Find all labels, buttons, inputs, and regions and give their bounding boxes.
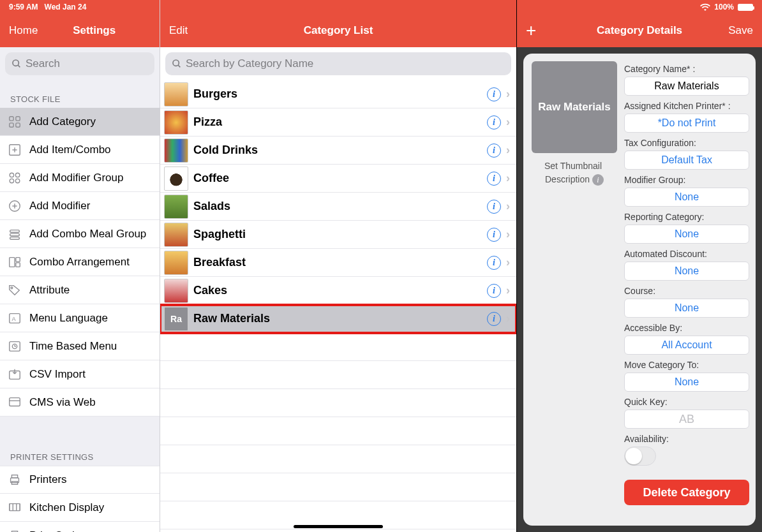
sidebar-item-label: Combo Arrangement [29,256,130,269]
sidebar-item-add-item[interactable]: Add Item/Combo [0,136,160,164]
save-button[interactable]: Save [728,24,753,37]
access-select[interactable]: All Account [624,336,749,355]
sidebar-item-kitchen-display[interactable]: Kitchen Display [0,494,160,522]
settings-title: Settings [73,24,116,37]
info-icon[interactable]: i [487,312,501,326]
svg-rect-18 [10,237,20,239]
sidebar-item-print-options[interactable]: Print Options [0,522,160,532]
category-row-burgers[interactable]: Burgers i › [160,80,516,108]
category-thumb [164,251,188,275]
info-icon[interactable]: i [487,115,501,129]
reportcat-select[interactable]: None [624,225,749,244]
svg-text:A: A [11,315,16,321]
search-icon [172,59,182,69]
sidebar-item-add-category[interactable]: Add Category [0,108,160,136]
tax-label: Tax Configuration: [624,138,749,148]
info-icon[interactable]: i [487,200,501,214]
sidebar-item-label: Add Combo Meal Group [29,228,146,240]
details-form: Category Name* : Raw Materials Assigned … [624,61,749,518]
access-label: Accessible By: [624,323,749,333]
sidebar-item-attribute[interactable]: Attribute [0,276,160,304]
category-label: Spaghetti [193,228,487,241]
sidebar-item-label: CMS via Web [29,396,96,409]
sidebar-search-input[interactable] [26,57,161,70]
category-row-pizza[interactable]: Pizza i › [160,108,516,137]
chevron-right-icon: › [506,228,510,241]
info-icon[interactable]: i [592,174,604,186]
autodisc-select[interactable]: None [624,262,749,281]
chevron-right-icon: › [506,144,510,157]
category-thumbnail[interactable]: Raw Materials [532,61,617,153]
sidebar-item-csv-import[interactable]: CSV Import [0,360,160,388]
category-row-raw-materials[interactable]: Ra Raw Materials i › [160,305,516,333]
add-category-button[interactable]: + [526,22,536,40]
sidebar-search[interactable] [5,52,154,75]
info-icon[interactable]: i [487,172,501,186]
svg-rect-5 [16,122,20,126]
sidebar-navbar: Home Settings [0,14,160,47]
sidebar-item-add-combo-meal-group[interactable]: Add Combo Meal Group [0,220,160,248]
sidebar-item-add-modifier[interactable]: Add Modifier [0,192,160,220]
course-select[interactable]: None [624,299,749,318]
category-row-coffee[interactable]: Coffee i › [160,165,516,193]
sidebar-item-time-based-menu[interactable]: Time Based Menu [0,332,160,360]
search-icon [11,59,22,69]
home-button[interactable]: Home [9,24,38,37]
clock-menu-icon [6,338,23,355]
sidebar-item-add-modifier-group[interactable]: Add Modifier Group [0,164,160,192]
delete-category-button[interactable]: Delete Category [624,480,749,505]
sidebar-item-cms-web[interactable]: CMS via Web [0,388,160,417]
sidebar-item-label: Add Item/Combo [29,144,111,156]
home-indicator [294,525,383,528]
svg-rect-33 [11,475,17,478]
sidebar-item-label: Kitchen Display [29,501,104,514]
category-search-input[interactable] [186,57,505,70]
modgroup-label: Modifier Group: [624,175,749,185]
svg-rect-16 [10,230,20,232]
svg-rect-30 [10,397,20,406]
modgroup-select[interactable]: None [624,188,749,207]
section-printer-settings: PRINTER SETTINGS [0,438,160,466]
section-stock-file: STOCK FILE [0,80,160,108]
svg-point-9 [10,173,13,177]
middle-navbar: Edit Category List [160,14,516,47]
svg-rect-2 [10,116,13,120]
move-label: Move Category To: [624,360,749,370]
category-details-pane: 100% + Category Details Save Raw Materia… [517,0,762,532]
move-select[interactable]: None [624,373,749,392]
sidebar-item-label: Attribute [29,284,70,297]
sidebar-item-combo-arrangement[interactable]: Combo Arrangement [0,248,160,276]
info-icon[interactable]: i [487,144,501,158]
name-input[interactable]: Raw Materials [624,77,749,96]
category-list: Burgers i › Pizza i › Cold Drinks i › Co… [160,80,516,532]
sidebar-item-printers[interactable]: Printers [0,466,160,494]
category-label: Cakes [193,284,487,297]
printer-icon [6,471,23,488]
info-icon[interactable]: i [487,256,501,270]
sidebar-item-label: Add Modifier Group [29,172,123,184]
info-icon[interactable]: i [487,228,501,242]
category-thumb [164,82,188,107]
tax-select[interactable]: Default Tax [624,151,749,170]
info-icon[interactable]: i [487,284,501,298]
category-list-title: Category List [304,24,373,37]
print-options-icon [6,528,23,533]
printer-select[interactable]: *Do not Print [624,114,749,133]
edit-button[interactable]: Edit [169,24,188,37]
sidebar-item-menu-language[interactable]: A Menu Language [0,304,160,332]
category-row-cakes[interactable]: Cakes i › [160,277,516,305]
availability-toggle[interactable] [624,447,656,466]
empty-row [160,361,516,389]
plus-square-icon [6,142,23,158]
category-row-breakfast[interactable]: Breakfast i › [160,249,516,277]
description-row[interactable]: Description i [545,173,604,186]
category-search[interactable] [165,52,511,75]
details-navbar: + Category Details Save [517,14,762,47]
info-icon[interactable]: i [487,87,501,101]
category-row-spaghetti[interactable]: Spaghetti i › [160,221,516,249]
category-row-salads[interactable]: Salads i › [160,193,516,221]
category-row-cold-drinks[interactable]: Cold Drinks i › [160,137,516,165]
sidebar-item-label: Printers [29,473,67,486]
svg-rect-21 [16,262,20,266]
quickkey-input[interactable]: AB [624,410,749,429]
